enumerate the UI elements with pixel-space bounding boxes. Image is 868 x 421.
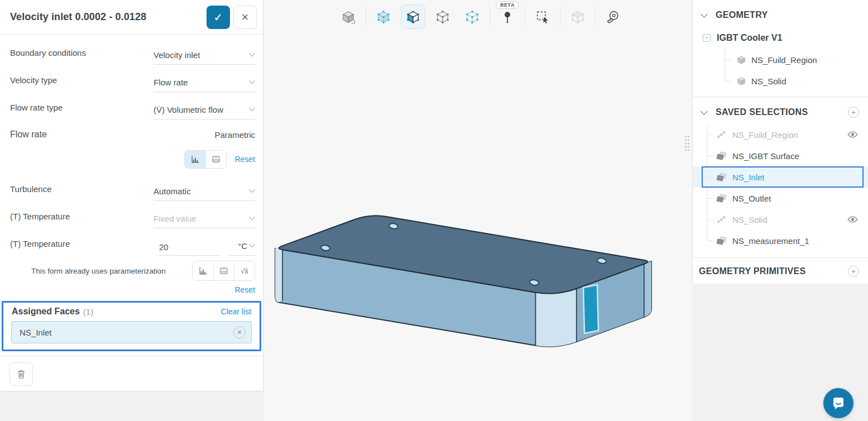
temperature-value-row: (T) Temperature °C [10,230,255,257]
geometry-item-fluid-region[interactable]: NS_Fuild_Region [693,49,868,70]
measure-button[interactable] [601,4,625,29]
solid-cube-icon [736,55,746,65]
panel-content: Boundary conditions Velocity inlet Veloc… [0,35,263,386]
visibility-toggle[interactable] [847,131,858,138]
assigned-faces-section: Assigned Faces (1) Clear list NS_Inlet × [2,301,261,351]
geometry-primitives-section: GEOMETRY PRIMITIVES + [693,257,868,285]
selection-item-measurement[interactable]: NS_measurement_1 [693,230,868,251]
tree-item-label: NS_Solid [751,76,787,86]
temperature-type-dropdown[interactable]: Fixed value [154,209,255,228]
add-selection-button[interactable]: + [848,107,859,118]
delete-button[interactable] [9,362,33,386]
temperature-input[interactable] [159,242,220,255]
geometry-primitives-header[interactable]: GEOMETRY PRIMITIVES + [693,258,868,285]
velocity-type-row: Velocity type Flow rate [10,66,255,94]
box-select-button[interactable] [530,4,555,29]
panel-header: Velocity inlet 0.0002 - 0.0128 ✓ × [0,0,263,35]
select-face-button[interactable] [401,4,425,29]
box-select-icon [535,9,550,24]
remove-face-button[interactable]: × [233,326,246,338]
selection-toolbar: BETA [336,4,625,29]
panel-footer [0,356,263,386]
close-button[interactable]: × [233,6,257,29]
flow-rate-type-dropdown[interactable]: (V̇) Volumetric flow [154,101,255,119]
model-inlet-face-selected[interactable] [583,285,598,333]
face-selection-icon [716,193,727,204]
geometry-header[interactable]: GEOMETRY [693,3,868,27]
flow-rate-block: Flow rate Parametric [10,121,255,175]
chevron-down-icon [249,213,255,219]
app: BETA [0,0,868,421]
formula-view-button[interactable]: √x̄ [234,261,255,280]
chevron-down-icon [701,108,708,115]
dropdown-value: Fixed value [154,214,247,223]
select-volume-button[interactable] [371,4,396,29]
cube-solid-icon [341,9,356,24]
table-icon [211,154,221,164]
select-edge-button[interactable] [430,4,455,29]
trash-icon [16,369,27,380]
selection-item-outlet[interactable]: NS_Outlet [693,188,868,209]
field-label: Velocity type [10,75,154,85]
turbulence-row: Turbulence Automatic [10,175,255,203]
parameterization-reset-link[interactable]: Reset [234,285,255,294]
assigned-faces-title: Assigned Faces [12,307,80,317]
boundary-conditions-dropdown[interactable]: Velocity inlet [154,46,255,65]
assigned-faces-count: (1) [83,307,221,317]
table-view-button[interactable] [213,261,234,280]
face-selection-icon [716,171,727,183]
chat-bubble-icon [831,395,846,411]
model-corner-left[interactable] [275,246,282,303]
saved-selections-header[interactable]: SAVED SELECTIONS + [693,101,868,124]
chart-view-button[interactable] [193,261,213,280]
select-body-button[interactable] [336,4,361,29]
cad-model[interactable] [263,0,692,421]
selection-item-inlet[interactable]: NS_Inlet [693,166,868,188]
field-label: (T) Temperature [10,239,159,248]
flow-rate-reset-link[interactable]: Reset [234,155,255,164]
toolbar-separator [525,7,525,27]
collapse-icon[interactable]: − [703,34,711,42]
assigned-face-name: NS_Inlet [20,328,233,337]
geometry-item-solid[interactable]: NS_Solid [693,70,868,92]
tree-item-label: NS_Solid [732,215,768,224]
clear-list-link[interactable]: Clear list [221,307,251,316]
tree-item-label: NS_IGBT Surface [732,151,799,161]
turbulence-dropdown[interactable]: Automatic [154,182,255,201]
selection-item-igbt-surface[interactable]: NS_IGBT Surface [693,145,868,166]
select-vertex-button[interactable] [460,4,485,29]
viewport-3d[interactable]: BETA [263,0,692,421]
add-primitive-button[interactable]: + [848,266,859,277]
selection-item-fluid-region[interactable]: NS_Fuild_Region [693,124,868,145]
chevron-down-icon [249,241,255,247]
probe-pin-icon [500,9,515,24]
confirm-button[interactable]: ✓ [207,6,230,29]
probe-point-button[interactable]: BETA [495,4,520,29]
dropdown-value: Automatic [154,186,247,196]
tree-item-label: NS_measurement_1 [732,236,809,246]
visibility-toggle[interactable] [847,216,858,223]
chart-view-button[interactable] [185,151,205,168]
dropdown-value: Velocity inlet [154,50,247,60]
cube-mesh-disabled-icon [570,9,585,24]
chevron-down-icon [249,50,255,56]
chevron-down-icon [249,186,255,192]
field-label: Boundary conditions [10,48,154,58]
section-title: GEOMETRY [716,10,768,20]
model-corner-front[interactable] [536,289,577,347]
model-corner-right[interactable] [644,261,651,317]
temperature-input-cell [159,237,220,256]
panel-resize-handle[interactable] [684,135,690,151]
mesh-select-button[interactable] [565,4,590,29]
table-view-button[interactable] [205,151,226,168]
temperature-unit-dropdown[interactable]: °C [228,237,255,256]
solid-cube-icon [736,76,746,86]
velocity-type-dropdown[interactable]: Flow rate [154,73,255,92]
assigned-face-chip[interactable]: NS_Inlet × [11,321,252,343]
eye-icon [847,216,858,223]
selection-item-solid[interactable]: NS_Solid [693,209,868,230]
geometry-root-item[interactable]: − IGBT Cooler V1 [693,27,868,49]
chat-launcher-button[interactable] [823,388,853,418]
hidden-selection-icon [716,129,727,140]
tree-item-label: NS_Outlet [732,194,771,203]
